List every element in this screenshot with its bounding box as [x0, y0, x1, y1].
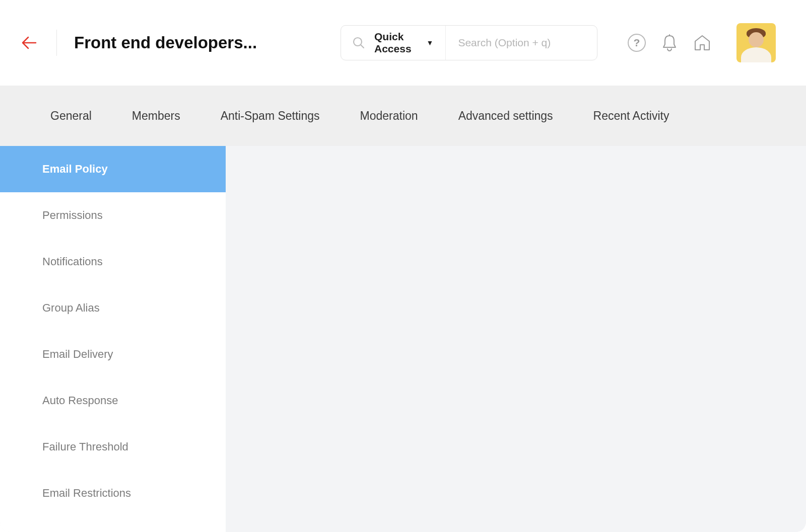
- home-icon: [693, 34, 711, 51]
- bell-icon: [661, 34, 678, 52]
- avatar-head-shape: [749, 32, 764, 47]
- tab-recent-activity[interactable]: Recent Activity: [593, 109, 669, 123]
- sidebar-item-auto-response[interactable]: Auto Response: [0, 377, 226, 424]
- sidebar-item-email-policy[interactable]: Email Policy: [0, 146, 226, 192]
- home-button[interactable]: [693, 34, 711, 51]
- search-combo: Quick Access ▼: [341, 25, 597, 60]
- avatar-body-shape: [741, 47, 771, 62]
- app-window: Front end developers... Quick Access ▼ ?: [0, 0, 806, 532]
- header-icon-group: ?: [628, 23, 776, 62]
- content-area: [226, 146, 806, 532]
- sidebar-item-label: Auto Response: [42, 394, 118, 407]
- quick-access-label: Quick Access: [374, 31, 412, 55]
- search-icon: [352, 36, 365, 49]
- tab-moderation[interactable]: Moderation: [360, 109, 418, 123]
- sidebar-item-label: Permissions: [42, 209, 103, 222]
- back-arrow-icon: [22, 36, 37, 49]
- tab-advanced-settings[interactable]: Advanced settings: [458, 109, 553, 123]
- sidebar-item-email-delivery[interactable]: Email Delivery: [0, 331, 226, 377]
- sidebar-item-label: Email Delivery: [42, 348, 113, 361]
- sidebar-item-permissions[interactable]: Permissions: [0, 192, 226, 239]
- body-area: Email Policy Permissions Notifications G…: [0, 146, 806, 532]
- sidebar-item-label: Notifications: [42, 255, 103, 268]
- sidebar-item-group-alias[interactable]: Group Alias: [0, 285, 226, 331]
- notifications-button[interactable]: [661, 34, 678, 52]
- tab-general[interactable]: General: [50, 109, 92, 123]
- user-avatar[interactable]: [736, 23, 776, 62]
- header-bar: Front end developers... Quick Access ▼ ?: [0, 0, 806, 86]
- page-title: Front end developers...: [74, 33, 257, 52]
- tabs-bar: General Members Anti-Spam Settings Moder…: [0, 86, 806, 146]
- header-divider: [56, 30, 57, 56]
- sidebar-item-label: Email Restrictions: [42, 487, 131, 500]
- back-button[interactable]: [21, 35, 37, 51]
- help-button[interactable]: ?: [628, 34, 646, 52]
- sidebar-item-label: Group Alias: [42, 301, 100, 315]
- sidebar: Email Policy Permissions Notifications G…: [0, 146, 226, 532]
- sidebar-item-label: Failure Threshold: [42, 440, 128, 453]
- help-icon: ?: [628, 34, 646, 52]
- tab-members[interactable]: Members: [132, 109, 180, 123]
- search-input[interactable]: [446, 26, 602, 60]
- quick-access-dropdown[interactable]: Quick Access ▼: [341, 26, 446, 60]
- sidebar-item-notifications[interactable]: Notifications: [0, 239, 226, 285]
- sidebar-item-failure-threshold[interactable]: Failure Threshold: [0, 424, 226, 470]
- sidebar-item-email-restrictions[interactable]: Email Restrictions: [0, 470, 226, 516]
- sidebar-item-label: Email Policy: [42, 163, 108, 176]
- caret-down-icon: ▼: [427, 39, 434, 47]
- tab-anti-spam[interactable]: Anti-Spam Settings: [221, 109, 320, 123]
